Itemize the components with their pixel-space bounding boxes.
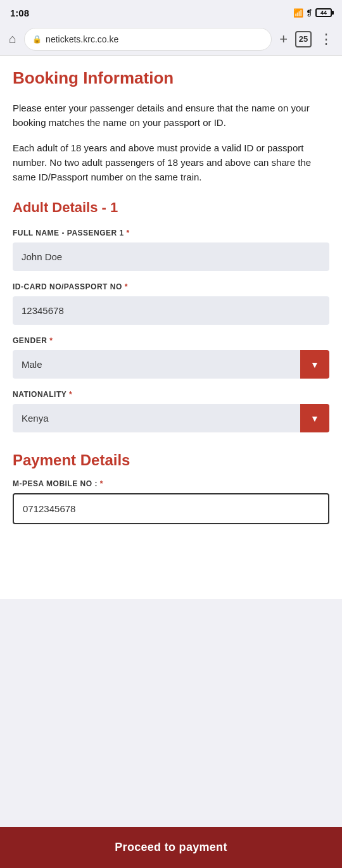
required-star-mpesa: * bbox=[100, 479, 103, 488]
nationality-group: NATIONALITY * Kenya Uganda Tanzania Othe… bbox=[13, 390, 329, 432]
new-tab-button[interactable]: + bbox=[277, 28, 290, 50]
nationality-label: NATIONALITY * bbox=[13, 390, 329, 399]
mpesa-group: M-PESA MOBILE NO : * bbox=[13, 479, 329, 524]
gender-select-wrapper: Male Female bbox=[13, 350, 329, 379]
required-star: * bbox=[127, 229, 130, 237]
status-bar: 1:08 📶 ❡ 44 bbox=[0, 0, 342, 23]
time-display: 1:08 bbox=[10, 8, 29, 18]
id-label: ID-CARD NO/PASSPORT NO * bbox=[13, 282, 329, 291]
status-icons: 📶 ❡ 44 bbox=[293, 8, 332, 18]
id-passport-input[interactable] bbox=[13, 296, 329, 325]
url-bar[interactable]: 🔒 netickets.krc.co.ke bbox=[24, 28, 272, 51]
required-star-nationality: * bbox=[69, 390, 72, 399]
gender-label: GENDER * bbox=[13, 336, 329, 345]
full-name-group: FULL NAME - PASSENGER 1 * bbox=[13, 229, 329, 271]
gender-group: GENDER * Male Female bbox=[13, 336, 329, 379]
proceed-to-payment-button[interactable]: Proceed to payment bbox=[0, 827, 342, 868]
required-star-gender: * bbox=[49, 336, 53, 345]
id-passport-group: ID-CARD NO/PASSPORT NO * bbox=[13, 282, 329, 325]
page-title: Booking Information bbox=[13, 68, 329, 88]
required-star-id: * bbox=[125, 282, 128, 291]
browser-bar: ⌂ 🔒 netickets.krc.co.ke + 25 ⋮ bbox=[0, 23, 342, 56]
signal-icon: ❡ bbox=[306, 8, 313, 18]
battery-icon: 44 bbox=[315, 8, 332, 17]
mpesa-input[interactable] bbox=[13, 493, 329, 524]
nationality-select-wrapper: Kenya Uganda Tanzania Other bbox=[13, 404, 329, 432]
browser-menu-button[interactable]: ⋮ bbox=[317, 28, 336, 50]
mpesa-label: M-PESA MOBILE NO : * bbox=[13, 479, 329, 488]
payment-section-title: Payment Details bbox=[13, 451, 329, 469]
main-content: Booking Information Please enter your pa… bbox=[0, 56, 342, 599]
tab-count-button[interactable]: 25 bbox=[295, 31, 312, 47]
lock-icon: 🔒 bbox=[32, 35, 42, 44]
adult-section-title: Adult Details - 1 bbox=[13, 199, 329, 216]
full-name-input[interactable] bbox=[13, 242, 329, 271]
info-text-1: Please enter your passenger details and … bbox=[13, 101, 329, 130]
nationality-select[interactable]: Kenya Uganda Tanzania Other bbox=[13, 404, 329, 432]
info-text-2: Each adult of 18 years and above must pr… bbox=[13, 141, 329, 185]
wifi-icon: 📶 bbox=[293, 8, 303, 18]
gender-select[interactable]: Male Female bbox=[13, 350, 329, 379]
full-name-label: FULL NAME - PASSENGER 1 * bbox=[13, 229, 329, 237]
url-text: netickets.krc.co.ke bbox=[46, 34, 118, 44]
home-button[interactable]: ⌂ bbox=[6, 29, 19, 49]
